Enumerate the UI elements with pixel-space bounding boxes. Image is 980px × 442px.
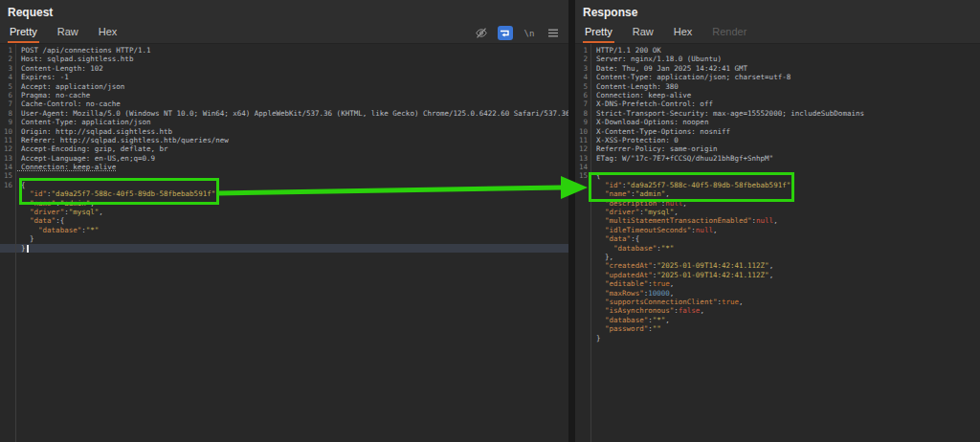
response-editor[interactable]: 1HTTP/1.1 200 OK2Server: nginx/1.18.0 (U… [575,44,980,442]
line-number: 2 [0,55,15,63]
code-line: 15 [0,171,568,180]
request-gutter-divider [15,44,16,442]
line-text: { [15,181,26,189]
line-text: Host: sqlpad.sightless.htb [15,55,133,63]
line-text: "data":{ [590,234,639,243]
code-line: 4Content-Type: application/json; charset… [575,73,980,81]
tab-raw[interactable]: Raw [631,26,656,43]
code-line: 2Host: sqlpad.sightless.htb [0,55,568,63]
tab-raw[interactable]: Raw [56,26,80,43]
line-text: Cache-Control: no-cache [15,99,121,108]
code-line: 2Server: nginx/1.18.0 (Ubuntu) [575,55,980,63]
line-text: Connection: keep-alive [15,163,116,171]
code-line: 16{ [0,181,568,189]
code-line: "password":"" [575,324,980,333]
line-number: 12 [575,144,590,153]
code-line: "updatedAt":"2025-01-09T14:42:41.112Z", [575,271,980,279]
line-number [0,216,15,225]
line-number: 6 [0,91,15,99]
code-line: "database":"*" [0,226,568,234]
line-number [575,244,590,253]
line-text: "data":{ [15,216,64,225]
line-number: 7 [575,99,590,108]
line-number [575,324,590,333]
tab-pretty[interactable]: Pretty [583,26,614,43]
panel-divider[interactable] [568,0,575,442]
line-text: Referer: http://sqlpad.sightless.htb/que… [15,136,229,144]
code-line: 13ETag: W/"17c-7E7+fCCSQ/dhuu21bhBgf+Snh… [575,154,980,163]
line-number: 9 [575,118,590,126]
line-text: Accept-Language: en-US,en;q=0.9 [15,154,155,163]
code-line: "name":"admin", [575,189,980,198]
newline-chars-icon[interactable]: \n [522,26,537,40]
line-text: Connection: keep-alive [590,91,691,99]
line-text: Content-Type: application/json; charset=… [590,73,791,81]
code-line: } [0,234,568,243]
word-wrap-icon[interactable] [498,26,513,40]
line-text: } [15,244,29,253]
line-number: 8 [575,109,590,118]
line-number [575,279,590,288]
request-tabs: PrettyRawHex [8,26,135,43]
response-code: 1HTTP/1.1 200 OK2Server: nginx/1.18.0 (U… [575,46,980,343]
line-number [575,261,590,270]
menu-icon[interactable] [546,26,561,40]
line-number: 1 [575,46,590,55]
line-text: "database":"*" [590,244,674,253]
line-number: 13 [0,154,15,163]
line-text: "name":"admin", [15,199,95,208]
line-number [575,208,590,216]
tab-pretty[interactable]: Pretty [8,26,39,43]
line-number: 6 [575,91,590,99]
code-line: 3Date: Thu, 09 Jan 2025 14:42:41 GMT [575,64,980,73]
line-number: 15 [575,171,590,180]
code-line: "maxRows":10000, [575,289,980,298]
request-editor[interactable]: 1POST /api/connections HTTP/1.12Host: sq… [0,44,568,442]
response-panel: Response PrettyRawHexRender 1HTTP/1.1 20… [575,0,980,442]
code-line: 7Cache-Control: no-cache [0,99,568,108]
line-text: X-XSS-Protection: 0 [590,136,679,144]
line-number: 5 [0,82,15,91]
line-number: 8 [0,109,15,118]
line-text: "updatedAt":"2025-01-09T14:42:41.112Z", [590,271,773,279]
line-number: 11 [0,136,15,144]
code-line: 10Origin: http://sqlpad.sightless.htb [0,127,568,136]
request-code: 1POST /api/connections HTTP/1.12Host: sq… [0,46,568,253]
line-text: ETag: W/"17c-7E7+fCCSQ/dhuu21bhBgf+SnhpM… [590,154,773,163]
line-text: POST /api/connections HTTP/1.1 [15,46,150,55]
line-number: 16 [0,181,15,189]
line-number [575,253,590,261]
request-panel: Request PrettyRawHex [0,0,568,442]
line-number [0,226,15,234]
line-text: "driver":"mysql", [590,208,679,216]
line-number [575,316,590,324]
line-number [575,334,590,343]
code-line: 10X-Content-Type-Options: nosniff [575,127,980,136]
code-line: "description":null, [575,199,980,208]
request-toolbar: \n [474,26,561,43]
tab-hex[interactable]: Hex [97,26,120,43]
code-line: "createdAt":"2025-01-09T14:42:41.112Z", [575,261,980,270]
line-number: 9 [0,118,15,126]
tab-render: Render [710,26,748,43]
tab-hex[interactable]: Hex [672,26,695,43]
line-number: 7 [0,99,15,108]
code-line: "id":"da9a25f7-588c-40f5-89db-58fbebab59… [575,181,980,189]
code-line: 11X-XSS-Protection: 0 [575,136,980,144]
line-number [575,234,590,243]
line-text: "createdAt":"2025-01-09T14:42:41.112Z", [590,261,773,270]
line-text: "maxRows":10000, [590,289,674,298]
line-number: 14 [575,163,590,171]
line-text: "supportsConnectionClient":true, [590,298,744,306]
line-number [575,298,590,306]
hide-nonprintable-icon[interactable] [474,26,489,40]
code-line: 8Strict-Transport-Security: max-age=1555… [575,109,980,118]
code-line: "data":{ [575,234,980,243]
line-number [0,244,15,253]
line-text: { [590,171,601,180]
code-line: 5Content-Length: 380 [575,82,980,91]
request-tab-row: PrettyRawHex [8,24,561,43]
line-text: "isAsynchronous":false, [590,306,704,315]
code-line: "driver":"mysql", [575,208,980,216]
line-number: 2 [575,55,590,63]
